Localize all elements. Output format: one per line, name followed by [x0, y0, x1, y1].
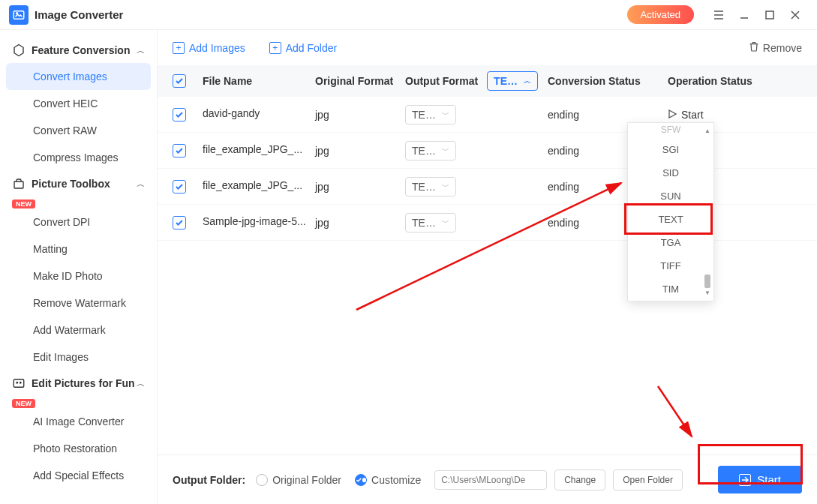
chevron-down-icon: ﹀ — [442, 146, 449, 156]
sidebar-item-remove-watermark[interactable]: Remove Watermark — [0, 290, 157, 316]
dropdown-option[interactable]: TIM — [628, 278, 713, 301]
svg-rect-4 — [14, 182, 23, 188]
dropdown-option[interactable]: SID — [628, 161, 713, 184]
original-format: jpg — [315, 181, 405, 193]
sidebar-section-picture-toolbox[interactable]: Picture Toolbox ︿ — [0, 171, 157, 196]
hamburger-icon[interactable] — [706, 2, 731, 28]
sidebar-item-make-id-photo[interactable]: Make ID Photo — [0, 262, 157, 290]
dropdown-option[interactable]: TGA — [628, 231, 713, 254]
sidebar-item-convert-images[interactable]: Convert Images — [6, 63, 151, 90]
svg-point-6 — [17, 382, 18, 384]
col-operation-status: Operation Status — [668, 75, 802, 87]
start-button[interactable]: Start — [718, 466, 802, 494]
svg-rect-2 — [766, 11, 773, 19]
customize-radio[interactable] — [355, 474, 367, 486]
chevron-up-icon: ︿ — [137, 45, 145, 56]
chevron-down-icon: ﹀ — [442, 110, 449, 120]
col-output-format: Output Format TE… ︿ — [405, 71, 548, 91]
sidebar-section-feature-conversion[interactable]: Feature Conversion ︿ — [0, 38, 157, 63]
app-title: Image Converter — [35, 8, 123, 21]
original-folder-radio[interactable] — [256, 474, 268, 486]
sidebar-item-photo-restoration[interactable]: Photo Restoration — [0, 435, 157, 462]
sidebar-item-ai-image-converter[interactable]: AI Image Converter — [0, 408, 157, 435]
output-format-header-dropdown[interactable]: TE… ︿ — [487, 71, 538, 91]
dropdown-scrollbar[interactable]: ▲ ▼ — [704, 128, 710, 296]
file-name: file_example_JPG_... — [203, 179, 302, 191]
file-name: david-gandy — [203, 107, 260, 119]
row-output-format-dropdown[interactable]: TE…﹀ — [405, 177, 456, 196]
add-folder-icon: + — [269, 42, 281, 54]
svg-point-7 — [20, 382, 22, 384]
close-icon[interactable] — [782, 2, 808, 28]
svg-point-1 — [17, 12, 18, 14]
row-output-format-dropdown[interactable]: TE…﹀ — [405, 141, 456, 160]
sidebar-item-add-special-effects[interactable]: Add Special Effects — [0, 462, 157, 489]
new-badge: NEW — [12, 399, 35, 408]
dropdown-option[interactable]: SFW — [628, 123, 713, 138]
dropdown-option[interactable]: SUN — [628, 184, 713, 208]
add-images-button[interactable]: + Add Images — [173, 42, 245, 54]
change-button[interactable]: Change — [554, 470, 605, 490]
sidebar-item-convert-raw[interactable]: Convert RAW — [0, 117, 157, 144]
output-format-dropdown-panel: SFW SGI SID SUN TEXT TGA TIFF TIM ▲ ▼ — [627, 122, 714, 302]
activated-badge[interactable]: Activated — [627, 5, 694, 24]
svg-rect-5 — [14, 380, 24, 388]
row-checkbox[interactable] — [173, 108, 186, 122]
sidebar-item-compress-images[interactable]: Compress Images — [0, 144, 157, 171]
original-format: jpg — [315, 217, 405, 229]
sidebar-section-label: Edit Pictures for Fun — [32, 377, 135, 389]
sidebar-item-add-watermark[interactable]: Add Watermark — [0, 316, 157, 344]
dropdown-option-text[interactable]: TEXT — [628, 208, 713, 231]
row-checkbox[interactable] — [173, 144, 186, 158]
maximize-icon[interactable] — [757, 2, 782, 28]
original-folder-label[interactable]: Original Folder — [272, 474, 341, 486]
add-folder-button[interactable]: + Add Folder — [269, 42, 337, 54]
output-path-input[interactable] — [434, 470, 547, 490]
scroll-up-icon[interactable]: ▲ — [704, 128, 710, 134]
sidebar-item-convert-heic[interactable]: Convert HEIC — [0, 90, 157, 117]
sidebar: Feature Conversion ︿ Convert Images Conv… — [0, 30, 158, 504]
add-images-icon: + — [173, 42, 185, 54]
chevron-down-icon: ﹀ — [442, 218, 449, 228]
row-checkbox[interactable] — [173, 180, 186, 194]
sidebar-item-convert-dpi[interactable]: Convert DPI — [0, 208, 157, 236]
sidebar-section-edit-pictures-fun[interactable]: Edit Pictures for Fun ︿ — [0, 370, 157, 396]
open-folder-button[interactable]: Open Folder — [613, 470, 683, 490]
titlebar: Image Converter Activated — [0, 0, 817, 30]
new-badge: NEW — [12, 200, 35, 208]
select-all-checkbox[interactable] — [173, 74, 186, 88]
chevron-up-icon: ︿ — [137, 378, 145, 389]
scroll-down-icon[interactable]: ▼ — [704, 290, 710, 296]
row-checkbox[interactable] — [173, 216, 186, 230]
minimize-icon[interactable] — [731, 2, 757, 28]
dropdown-option[interactable]: SGI — [628, 138, 713, 161]
trash-icon — [748, 40, 760, 55]
sidebar-item-edit-images[interactable]: Edit Images — [0, 344, 157, 370]
file-table: File Name Original Format Output Format … — [158, 65, 817, 454]
col-file-name: File Name — [203, 75, 315, 87]
toolbox-icon — [12, 177, 26, 190]
row-output-format-dropdown[interactable]: TE…﹀ — [405, 213, 456, 232]
app-logo-icon — [9, 5, 29, 25]
toolbar: + Add Images + Add Folder Remove — [158, 30, 817, 65]
row-output-format-dropdown[interactable]: TE…﹀ — [405, 105, 456, 124]
sidebar-section-label: Feature Conversion — [32, 44, 130, 56]
original-format: jpg — [315, 145, 405, 157]
col-original-format: Original Format — [315, 75, 405, 87]
remove-button[interactable]: Remove — [748, 40, 802, 55]
table-header: File Name Original Format Output Format … — [158, 65, 817, 97]
row-start-button[interactable]: Start — [668, 109, 704, 121]
customize-label[interactable]: Customize — [371, 474, 421, 486]
table-row: david-gandy jpg TE…﹀ ending Start — [158, 97, 817, 133]
svg-marker-3 — [14, 45, 23, 56]
sidebar-item-matting[interactable]: Matting — [0, 236, 157, 262]
chevron-up-icon: ︿ — [137, 178, 145, 190]
scroll-thumb[interactable] — [704, 274, 710, 288]
output-folder-label: Output Folder: — [173, 474, 245, 486]
fun-icon — [12, 376, 26, 390]
sidebar-section-label: Picture Toolbox — [32, 178, 110, 190]
dropdown-option[interactable]: TIFF — [628, 254, 713, 278]
table-row: file_example_JPG_... jpg TE…﹀ ending Sta… — [158, 169, 817, 205]
chevron-down-icon: ﹀ — [442, 182, 449, 192]
footer-bar: Output Folder: Original Folder Customize… — [158, 454, 817, 504]
